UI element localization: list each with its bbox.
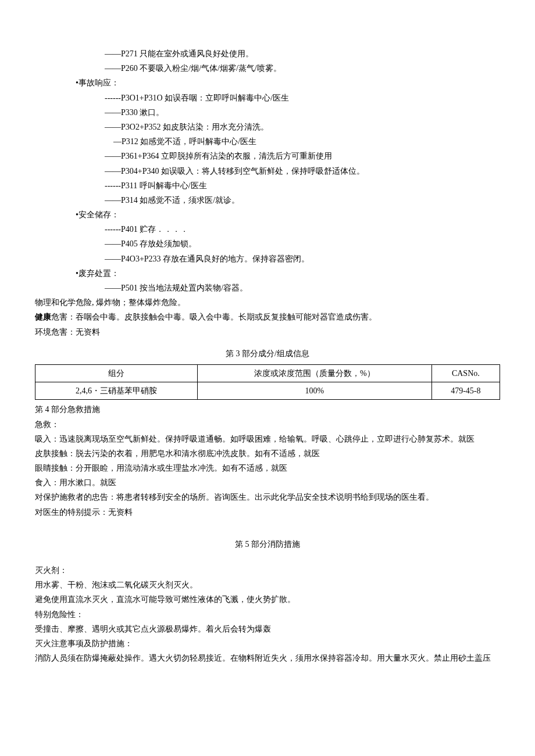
table-cell-concentration: 100% — [198, 382, 432, 400]
physical-chemical-hazard: 物理和化学危险, 爆炸物；整体爆炸危险。 — [35, 295, 500, 310]
environment-hazard: 环境危害：无资料 — [35, 325, 500, 339]
extinguishing-avoid: 避免使用直流水灭火，直流水可能导致可燃性液体的飞溅，使火势扩散。 — [35, 592, 500, 607]
first-aid-skin: 皮肤接触：脱去污染的衣着，用肥皂水和清水彻底冲洗皮肤。如有不适感，就医 — [35, 446, 500, 461]
health-hazard: 健康危害：吞咽会中毒。皮肤接触会中毒。吸入会中毒。长期或反复接触可能对器官造成伤… — [35, 310, 500, 324]
extinguishing-agent-label: 灭火剂： — [35, 563, 500, 578]
table-cell-cas: 479-45-8 — [431, 382, 500, 400]
firefighting-precautions-label: 灭火注意事项及防护措施： — [35, 636, 500, 651]
precaution-item: ------P311 呼叫解毒中心/医生 — [35, 178, 500, 193]
precaution-item: ——P361+P364 立即脱掉所有沾染的衣服，清洗后方可重新使用 — [35, 149, 500, 163]
table-header-row: 组分 浓度或浓度范围（质量分数，%） CASNo. — [35, 364, 500, 382]
precaution-item: ——P271 只能在室外或通风良好处使用。 — [35, 46, 500, 61]
health-label: 健康 — [35, 313, 51, 321]
precaution-item: ——P501 按当地法规处置内装物/容器。 — [35, 281, 500, 295]
section-3-title-text: 第 3 部分成分/组成信息 — [226, 349, 309, 358]
first-aid-ingestion: 食入：用水漱口。就医 — [35, 475, 500, 490]
precaution-item: ——P4O3+P233 存放在通风良好的地方。保持容器密闭。 — [35, 252, 500, 266]
firefighting-precautions-text: 消防人员须在防爆掩蔽处操作。遇大火切勿轻易接近。在物料附近失火，须用水保持容器冷… — [35, 651, 500, 665]
precaution-item: ——P405 存放处须加锁。 — [35, 237, 500, 251]
precaution-item: ------P3O1+P31O 如误吞咽：立即呼叫解毒中心/医生 — [35, 91, 500, 105]
extinguishing-agent-text: 用水雾、干粉、泡沫或二氧化碳灭火剂灭火。 — [35, 578, 500, 592]
category-accident-response: •事故响应： — [35, 76, 500, 90]
section-4-title: 第 4 部分急救措施 — [35, 402, 500, 417]
section-3-title: 第 3 部分成分/组成信息 — [35, 346, 500, 361]
special-hazard-label: 特别危险性： — [35, 607, 500, 622]
health-text: 危害：吞咽会中毒。皮肤接触会中毒。吸入会中毒。长期或反复接触可能对器官造成伤害。 — [51, 313, 377, 321]
category-disposal: •废弃处置： — [35, 266, 500, 281]
table-header-cas: CASNo. — [431, 364, 500, 382]
precaution-item: —P312 如感觉不适，呼叫解毒中心/医生 — [35, 134, 500, 149]
first-aid-rescuer-advice: 对保护施救者的忠告：将患者转移到安全的场所。咨询医生。出示此化学品安全技术说明书… — [35, 490, 500, 504]
composition-table: 组分 浓度或浓度范围（质量分数，%） CASNo. 2,4,6・三硝基苯甲硝胺 … — [35, 364, 500, 400]
table-header-concentration: 浓度或浓度范围（质量分数，%） — [198, 364, 432, 382]
precaution-item: ——P314 如感觉不适，须求医/就诊。 — [35, 193, 500, 207]
precaution-item: ——P330 漱口。 — [35, 105, 500, 120]
precaution-item: ------P401 贮存．．．． — [35, 222, 500, 237]
first-aid-label: 急救： — [35, 417, 500, 432]
table-header-component: 组分 — [35, 364, 198, 382]
category-safe-storage: •安全储存： — [35, 207, 500, 222]
section-5-title: 第 5 部分消防措施 — [35, 537, 500, 551]
first-aid-doctor-note: 对医生的特别提示：无资料 — [35, 505, 500, 519]
first-aid-eyes: 眼睛接触：分开眼睑，用流动清水或生理盐水冲洗。如有不适感，就医 — [35, 461, 500, 475]
table-row: 2,4,6・三硝基苯甲硝胺 100% 479-45-8 — [35, 382, 500, 400]
precaution-item: ——P260 不要吸入粉尘/烟/气体/烟雾/蒸气/喷雾。 — [35, 61, 500, 76]
special-hazard-text: 受撞击、摩擦、遇明火或其它点火源极易爆炸。着火后会转为爆轰 — [35, 622, 500, 636]
precaution-item: ——P304+P340 如误吸入：将人转移到空气新鲜处，保持呼吸舒适体位。 — [35, 164, 500, 178]
precaution-item: ——P3O2+P352 如皮肤沾染：用水充分清洗。 — [35, 120, 500, 134]
section-5-title-text: 第 5 部分消防措施 — [235, 540, 300, 549]
table-cell-component: 2,4,6・三硝基苯甲硝胺 — [35, 382, 198, 400]
first-aid-inhalation: 吸入：迅速脱离现场至空气新鲜处。保持呼吸道通畅。如呼吸困难，给输氧。呼吸、心跳停… — [35, 432, 500, 446]
